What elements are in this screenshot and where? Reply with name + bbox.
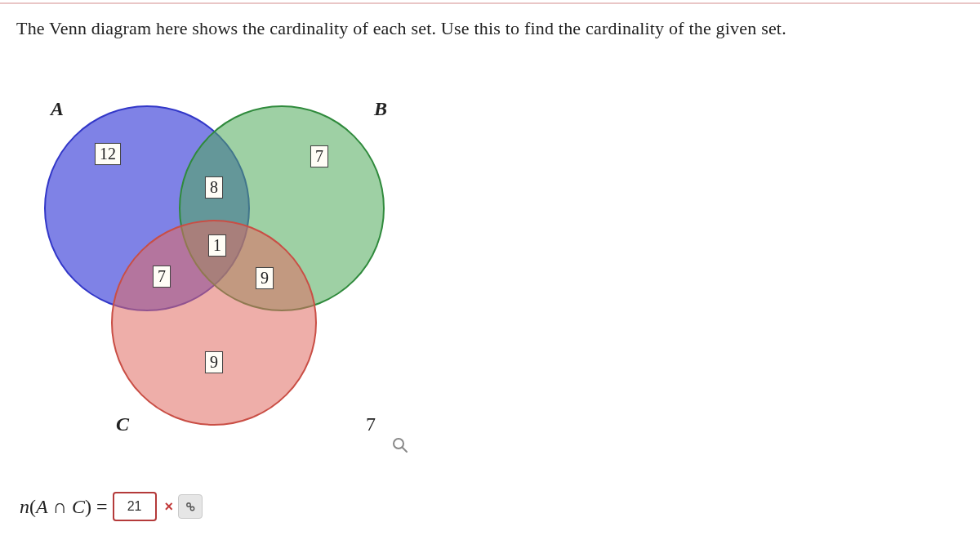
region-B-only: 7 — [310, 145, 328, 167]
venn-diagram: A B C 7 12 7 8 1 7 9 9 — [24, 65, 449, 458]
answer-expression: n(A ∩ C) = — [20, 496, 108, 518]
outside-region-value: 7 — [366, 413, 376, 435]
region-AC: 7 — [153, 266, 171, 288]
answer-row: n(A ∩ C) = × — [20, 492, 203, 521]
zoom-icon[interactable] — [392, 437, 408, 457]
incorrect-icon: × — [165, 498, 174, 516]
question-prompt: The Venn diagram here shows the cardinal… — [16, 18, 786, 39]
set-A-label: A — [51, 98, 64, 120]
retry-button[interactable] — [178, 494, 203, 519]
region-BC: 9 — [256, 267, 274, 289]
region-ABC: 1 — [208, 234, 226, 257]
set-C-label: C — [116, 413, 129, 435]
svg-line-4 — [190, 507, 191, 507]
svg-point-0 — [394, 439, 403, 449]
region-C-only: 9 — [205, 351, 223, 373]
region-AB: 8 — [205, 176, 223, 199]
set-B-label: B — [374, 98, 387, 120]
venn-svg — [24, 65, 449, 458]
top-divider — [0, 2, 980, 4]
answer-input[interactable] — [113, 492, 157, 521]
svg-point-2 — [187, 503, 190, 507]
region-A-only: 12 — [95, 143, 121, 165]
svg-line-1 — [403, 448, 407, 452]
